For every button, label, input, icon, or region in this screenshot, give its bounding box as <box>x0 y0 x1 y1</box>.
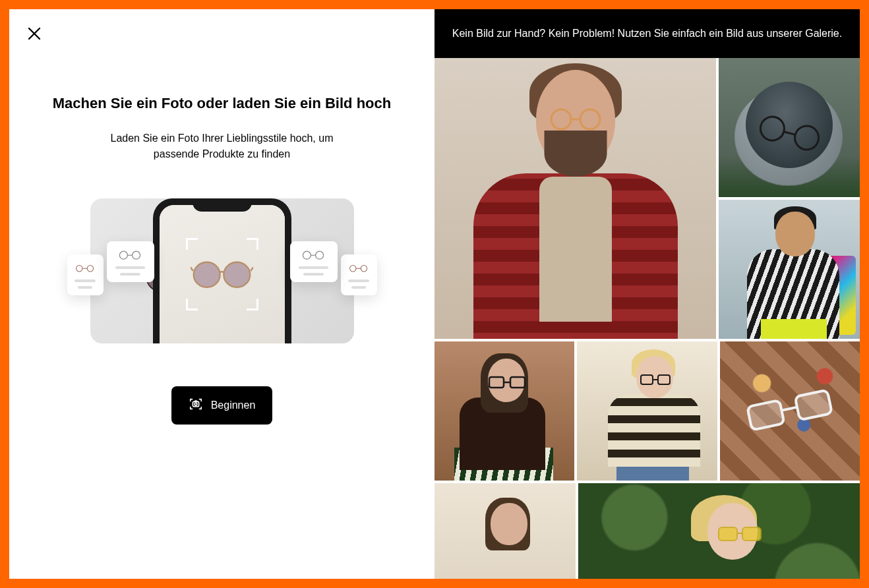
gallery-tile[interactable] <box>577 341 717 481</box>
gallery-tile[interactable] <box>578 483 860 579</box>
glasses-icon <box>186 238 258 310</box>
visual-search-modal: Machen Sie ein Foto oder laden Sie ein B… <box>9 9 860 579</box>
svg-point-22 <box>361 265 367 271</box>
gallery-tile[interactable] <box>435 341 574 481</box>
gallery-panel: Kein Bild zur Hand? Kein Problem! Nutzen… <box>435 9 860 579</box>
begin-button-label: Beginnen <box>211 399 256 411</box>
svg-rect-35 <box>641 375 653 384</box>
svg-point-26 <box>551 109 571 129</box>
svg-point-29 <box>758 114 787 143</box>
svg-rect-42 <box>742 527 761 541</box>
svg-rect-38 <box>747 399 784 430</box>
result-card-thumb <box>341 254 377 295</box>
begin-button[interactable]: Beginnen <box>171 386 273 425</box>
close-icon <box>26 26 42 44</box>
camera-scan-icon <box>189 397 203 414</box>
svg-point-19 <box>316 251 324 259</box>
svg-point-18 <box>303 251 311 259</box>
scan-frame-icon <box>186 238 258 310</box>
result-card-thumb <box>107 241 154 282</box>
svg-point-27 <box>580 109 600 129</box>
close-button[interactable] <box>21 21 47 47</box>
svg-line-31 <box>784 132 795 135</box>
svg-line-40 <box>781 407 796 410</box>
svg-point-3 <box>88 265 94 271</box>
svg-point-30 <box>793 123 822 152</box>
svg-point-5 <box>120 251 128 259</box>
svg-rect-41 <box>719 527 737 541</box>
svg-rect-39 <box>794 390 831 420</box>
result-card-thumb <box>290 241 338 282</box>
phone-illustration <box>153 198 291 343</box>
upload-headline: Machen Sie ein Foto oder laden Sie ein B… <box>53 95 391 112</box>
gallery-tile[interactable] <box>435 58 716 339</box>
svg-point-2 <box>76 265 82 271</box>
svg-line-17 <box>251 268 253 272</box>
gallery-scroll[interactable] <box>435 58 860 579</box>
svg-rect-33 <box>510 377 525 388</box>
upload-illustration <box>67 195 377 347</box>
upload-panel: Machen Sie ein Foto oder laden Sie ein B… <box>9 9 435 579</box>
gallery-tile[interactable] <box>719 200 860 339</box>
svg-line-16 <box>191 268 193 272</box>
svg-point-21 <box>350 265 356 271</box>
gallery-tile[interactable] <box>720 341 860 481</box>
svg-point-25 <box>195 403 197 405</box>
gallery-header: Kein Bild zur Hand? Kein Problem! Nutzen… <box>435 9 860 58</box>
svg-rect-36 <box>658 375 670 384</box>
svg-rect-32 <box>489 377 504 388</box>
result-card-thumb <box>67 254 104 295</box>
gallery-tile[interactable] <box>435 483 576 579</box>
gallery-tile[interactable] <box>719 58 860 197</box>
upload-subline: Laden Sie ein Foto Ihrer Lieblingsstile … <box>90 131 354 162</box>
svg-point-6 <box>133 251 140 259</box>
